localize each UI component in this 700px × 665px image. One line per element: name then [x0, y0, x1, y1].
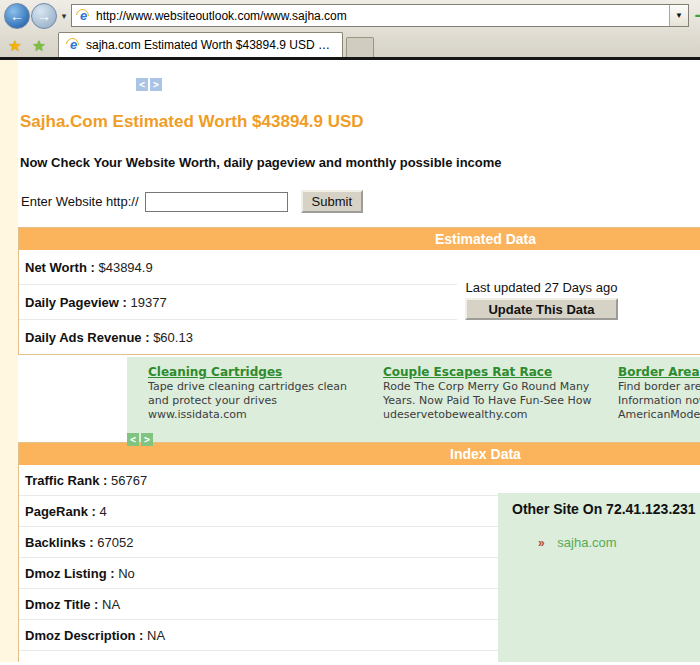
- row-value: No: [118, 566, 135, 581]
- estimated-data-table: Estimated Data Net Worth : $43894.9 Dail…: [18, 227, 700, 355]
- row-value: NA: [132, 659, 150, 662]
- ad-text: and protect your drives: [148, 394, 383, 408]
- table-row: PageRank : 4: [19, 496, 498, 527]
- update-data-button[interactable]: Update This Data: [465, 298, 618, 320]
- row-value: 56767: [111, 473, 147, 488]
- row-value: 19377: [131, 295, 167, 310]
- ad-url: AmericanModernLiv: [618, 408, 700, 422]
- row-label: Dmoz Category :: [25, 659, 128, 662]
- tab-toolbar: ★ ★ e sajha.com Estimated Worth $43894.9…: [0, 31, 700, 57]
- add-favorite-star-icon: ★: [32, 37, 45, 54]
- ad-text: Years. Now Paid To Have Fun-See How: [383, 394, 618, 408]
- bullet-arrow-icon: »: [538, 536, 545, 550]
- row-value: NA: [102, 597, 120, 612]
- prev-arrow-button[interactable]: <: [127, 433, 139, 446]
- ad-unit: Border Area Rug Find border area ru Info…: [618, 365, 700, 422]
- table-row: Traffic Rank : 56767: [19, 465, 498, 496]
- row-value: $43894.9: [98, 260, 152, 275]
- ad-text: Rode The Corp Merry Go Round Many: [383, 380, 618, 394]
- row-value: $60.13: [153, 330, 193, 345]
- table-row: Daily Ads Revenue : $60.13: [19, 320, 457, 354]
- row-label: Net Worth :: [25, 260, 95, 275]
- row-label: Traffic Rank :: [25, 473, 107, 488]
- row-value: 67052: [97, 535, 133, 550]
- forward-button[interactable]: →: [31, 3, 57, 29]
- add-favorite-button[interactable]: ★: [28, 35, 50, 57]
- table-row: Dmoz Category : NA: [19, 651, 498, 662]
- page-viewport: <> Sajha.Com Estimated Worth $43894.9 US…: [0, 60, 700, 662]
- table-row: Daily Pageview : 19377: [19, 285, 457, 320]
- other-site-link[interactable]: sajha.com: [557, 535, 616, 550]
- website-input[interactable]: [145, 192, 288, 212]
- ie-swoosh: [73, 6, 91, 24]
- address-dropdown-button[interactable]: ▼: [669, 5, 688, 26]
- new-tab-button[interactable]: [346, 37, 374, 57]
- table-row: Dmoz Listing : No: [19, 558, 498, 589]
- other-sites-column: Other Site On 72.41.123.231 » sajha.com: [498, 465, 700, 662]
- go-arrow-icon: ➜: [694, 6, 700, 25]
- ad-text: Find border area ru: [618, 380, 700, 394]
- estimated-rows: Net Worth : $43894.9 Daily Pageview : 19…: [19, 250, 457, 354]
- page-content: <> Sajha.Com Estimated Worth $43894.9 US…: [18, 60, 700, 662]
- navigation-toolbar: ← → ▾ e http://www.websiteoutlook.com/ww…: [0, 0, 700, 31]
- ads-strip: Cleaning Cartridges Tape drive cleaning …: [127, 357, 700, 442]
- ad-title-link[interactable]: Border Area Rug: [618, 365, 700, 380]
- ad-title-link[interactable]: Cleaning Cartridges: [148, 365, 383, 380]
- back-icon: ←: [10, 8, 24, 24]
- row-label: PageRank :: [25, 504, 96, 519]
- forward-icon: →: [37, 8, 51, 24]
- row-label: Dmoz Listing :: [25, 566, 115, 581]
- history-dropdown-icon[interactable]: ▾: [57, 11, 71, 21]
- ad-title-link[interactable]: Couple Escapes Rat Race: [383, 365, 618, 380]
- table-row: Dmoz Title : NA: [19, 589, 498, 620]
- next-arrow-button[interactable]: >: [141, 433, 153, 446]
- ad-url: www.issidata.com: [148, 408, 383, 422]
- ad-pager-top: <>: [136, 74, 700, 87]
- tab-sajha[interactable]: e sajha.com Estimated Worth $43894.9 USD…: [58, 32, 343, 57]
- ad-unit: Cleaning Cartridges Tape drive cleaning …: [148, 365, 383, 422]
- list-item: » sajha.com: [512, 535, 700, 550]
- ie-page-icon: e: [75, 8, 92, 24]
- url-input[interactable]: http://www.websiteoutlook.com/www.sajha.…: [92, 9, 669, 23]
- ad-unit: Couple Escapes Rat Race Rode The Corp Me…: [383, 365, 618, 422]
- row-label: Dmoz Description :: [25, 628, 143, 643]
- last-updated-text: Last updated 27 Days ago: [465, 280, 618, 295]
- estimated-data-body: Net Worth : $43894.9 Daily Pageview : 19…: [19, 250, 700, 354]
- chevron-down-icon: ▼: [675, 11, 683, 20]
- index-data-body: Traffic Rank : 56767 PageRank : 4 Backli…: [19, 465, 700, 662]
- next-arrow-button[interactable]: >: [150, 78, 162, 91]
- update-section: Last updated 27 Days ago Update This Dat…: [457, 250, 700, 354]
- back-button[interactable]: ←: [4, 3, 30, 29]
- favorites-star-icon: ★: [8, 37, 21, 54]
- address-bar[interactable]: e http://www.websiteoutlook.com/www.sajh…: [71, 4, 689, 27]
- table-row: Net Worth : $43894.9: [19, 250, 457, 285]
- website-input-label: Enter Website http://: [21, 194, 139, 209]
- browser-chrome: ← → ▾ e http://www.websiteoutlook.com/ww…: [0, 0, 700, 60]
- row-label: Daily Pageview :: [25, 295, 127, 310]
- other-sites-panel: Other Site On 72.41.123.231 » sajha.com: [498, 493, 700, 662]
- website-lookup-form: Enter Website http:// Submit: [21, 190, 700, 213]
- ad-pager-bottom: <>: [127, 429, 700, 442]
- index-data-table: Index Data Traffic Rank : 56767 PageRank…: [18, 442, 700, 662]
- ad-url: udeservetobewealthy.com: [383, 408, 618, 422]
- prev-arrow-button[interactable]: <: [136, 78, 148, 91]
- table-row: Dmoz Description : NA: [19, 620, 498, 651]
- tab-strip: e sajha.com Estimated Worth $43894.9 USD…: [58, 32, 374, 57]
- row-value: NA: [147, 628, 165, 643]
- row-label: Backlinks :: [25, 535, 94, 550]
- page-subtitle: Now Check Your Website Worth, daily page…: [20, 155, 700, 170]
- row-label: Daily Ads Revenue :: [25, 330, 150, 345]
- ad-text: Tape drive cleaning cartridges clean: [148, 380, 383, 394]
- index-rows: Traffic Rank : 56767 PageRank : 4 Backli…: [19, 465, 498, 662]
- ie-swoosh: [63, 35, 81, 53]
- favorites-button[interactable]: ★: [4, 35, 26, 57]
- index-data-header: Index Data: [19, 443, 700, 465]
- tab-title: sajha.com Estimated Worth $43894.9 USD b…: [82, 38, 336, 52]
- go-button[interactable]: ➜: [694, 5, 700, 26]
- page-title: Sajha.Com Estimated Worth $43894.9 USD: [20, 112, 700, 132]
- row-label: Dmoz Title :: [25, 597, 98, 612]
- submit-button[interactable]: Submit: [301, 190, 363, 213]
- estimated-data-header: Estimated Data: [19, 228, 700, 250]
- row-value: 4: [99, 504, 106, 519]
- table-row: Backlinks : 67052: [19, 527, 498, 558]
